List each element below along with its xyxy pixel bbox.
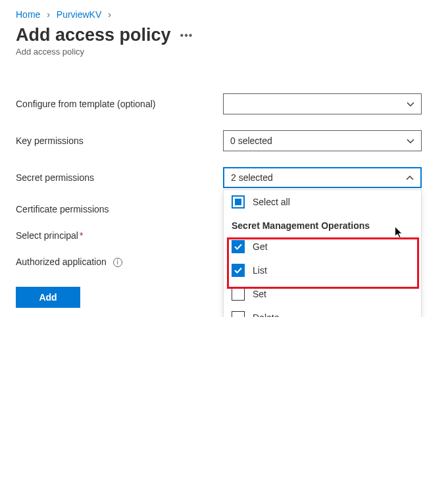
key-permissions-value: 0 selected: [230, 135, 407, 146]
option-label: Get: [253, 241, 268, 252]
option-label: List: [253, 265, 267, 276]
key-permissions-dropdown[interactable]: 0 selected: [223, 130, 422, 151]
checkbox-indeterminate-icon: [232, 195, 245, 209]
chevron-down-icon: [407, 137, 414, 145]
info-icon[interactable]: i: [113, 258, 122, 267]
secret-permissions-panel: Select all Secret Management Operations …: [223, 189, 422, 317]
page-title: Add access policy: [16, 25, 171, 45]
label-certificate-permissions: Certificate permissions: [16, 204, 223, 214]
option-select-all[interactable]: Select all: [224, 190, 421, 214]
breadcrumb-resource[interactable]: PurviewKV: [57, 9, 101, 20]
option-label: Delete: [253, 312, 279, 317]
required-icon: *: [80, 230, 83, 241]
option-get[interactable]: Get: [224, 235, 421, 258]
checkbox-checked-icon: [232, 240, 245, 253]
secret-permissions-value: 2 selected: [231, 172, 406, 183]
chevron-up-icon: [406, 174, 414, 182]
group-heading-management: Secret Management Operations: [224, 214, 421, 235]
breadcrumb-home[interactable]: Home: [16, 9, 40, 20]
page-subtitle: Add access policy: [16, 47, 432, 57]
label-key-permissions: Key permissions: [16, 135, 223, 146]
chevron-down-icon: [407, 100, 414, 108]
authapp-text: Authorized application: [16, 257, 107, 267]
principal-text: Select principal: [16, 230, 78, 241]
option-delete[interactable]: Delete: [224, 306, 421, 317]
checkbox-unchecked-icon: [232, 311, 245, 317]
label-authorized-application: Authorized application i: [16, 257, 223, 267]
option-label: Select all: [253, 197, 290, 207]
template-dropdown[interactable]: [223, 93, 422, 114]
option-label: Set: [253, 289, 266, 299]
add-button[interactable]: Add: [16, 287, 80, 308]
breadcrumb: Home › PurviewKV ›: [16, 9, 432, 20]
label-secret-permissions: Secret permissions: [16, 172, 223, 183]
checkbox-unchecked-icon: [232, 287, 245, 301]
option-list[interactable]: List: [224, 258, 421, 282]
checkbox-checked-icon: [232, 264, 245, 277]
option-set[interactable]: Set: [224, 282, 421, 306]
chevron-right-icon: ›: [47, 9, 50, 20]
secret-permissions-dropdown[interactable]: 2 selected: [223, 167, 422, 188]
chevron-right-icon: ›: [108, 9, 111, 20]
label-select-principal: Select principal*: [16, 230, 223, 241]
label-template: Configure from template (optional): [16, 99, 223, 109]
more-icon[interactable]: •••: [180, 30, 193, 41]
